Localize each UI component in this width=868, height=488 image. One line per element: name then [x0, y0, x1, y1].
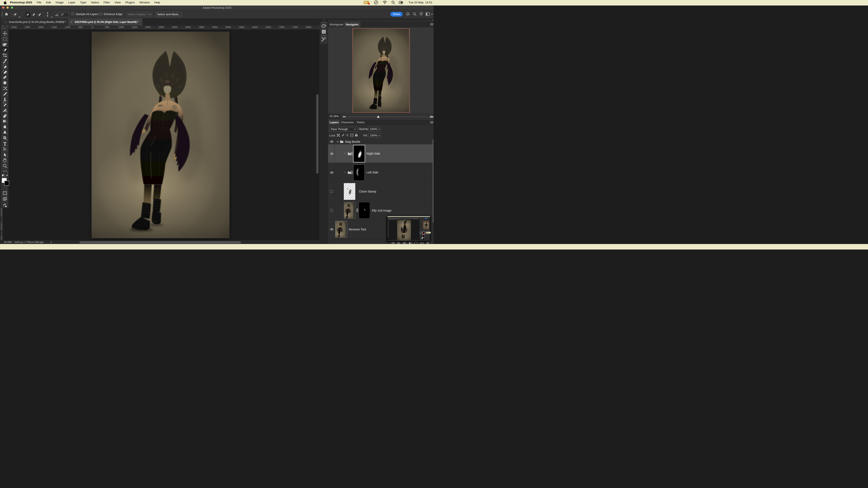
svg-text:2000: 2000 — [146, 26, 151, 28]
svg-text:4000: 4000 — [199, 26, 204, 28]
svg-text:0: 0 — [1, 214, 2, 217]
svg-text:7000: 7000 — [280, 26, 285, 28]
svg-text:2500: 2500 — [159, 26, 164, 28]
svg-text:4500: 4500 — [213, 26, 218, 28]
svg-text:3000: 3000 — [172, 26, 177, 28]
svg-text:1500: 1500 — [52, 26, 57, 28]
svg-text:500: 500 — [79, 26, 83, 28]
svg-text:8000: 8000 — [306, 26, 311, 28]
svg-text:7500: 7500 — [293, 26, 298, 28]
svg-text:6000: 6000 — [253, 26, 258, 28]
svg-text:3000: 3000 — [12, 26, 17, 28]
svg-text:0: 0 — [92, 26, 93, 28]
svg-text:0: 0 — [1, 228, 2, 230]
svg-text:1000: 1000 — [119, 26, 124, 28]
svg-text:1000: 1000 — [65, 26, 70, 28]
svg-text:5500: 5500 — [239, 26, 244, 28]
svg-text:500: 500 — [105, 26, 110, 28]
svg-text:5000: 5000 — [226, 26, 231, 28]
svg-text:3500: 3500 — [186, 26, 191, 28]
svg-text:6500: 6500 — [266, 26, 271, 28]
svg-text:1500: 1500 — [132, 26, 137, 28]
svg-text:2000: 2000 — [38, 26, 44, 28]
svg-text:2500: 2500 — [25, 26, 30, 28]
